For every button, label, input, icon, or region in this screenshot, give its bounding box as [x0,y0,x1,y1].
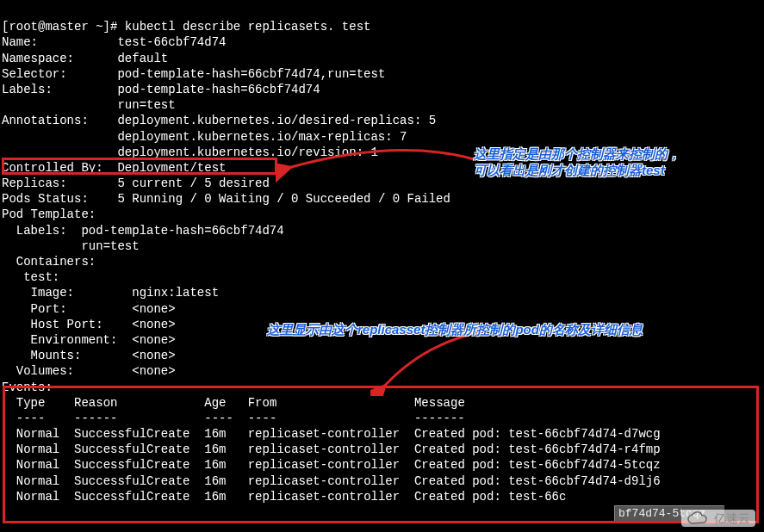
command-text: kubectl describe replicasets. test [125,20,371,34]
field-labels-1: Labels: pod-template-hash=66cbf74d74 [2,83,320,96]
field-environment: Environment: <none> [2,333,176,347]
watermark-text: 亿速云 [714,510,750,526]
pt-labels-2: run=test [2,239,140,253]
field-labels-2: run=test [2,98,176,112]
containers-header: Containers: [2,255,96,269]
watermark: 亿速云 [681,510,755,527]
annotation-text-2: 这里显示由这个replicasset控制器所控制的pod的名称及详细信息 [267,322,643,338]
pt-labels-1: Labels: pod-template-hash=66cbf74d74 [2,224,284,238]
highlight-box-events [3,386,759,523]
prompt-text: [root@master ~]# [2,20,125,34]
field-name: Name: test-66cbf74d74 [2,35,226,49]
container-name: test: [2,270,59,284]
annotation-text-1: 这里指定是由那个控制器来控制的， 可以看出是刚才创建的控制器test [474,146,680,179]
highlight-box-controlled-by [2,158,277,175]
field-host-port: Host Port: <none> [2,318,176,331]
field-volumes: Volumes: <none> [2,364,176,378]
field-port: Port: <none> [2,302,176,316]
field-mounts: Mounts: <none> [2,349,176,362]
pod-template-header: Pod Template: [2,207,96,221]
shell-prompt: [root@master ~]# kubectl describe replic… [2,20,370,34]
cloud-icon [686,511,709,525]
field-replicas: Replicas: 5 current / 5 desired [2,176,270,190]
field-namespace: Namespace: default [2,52,168,65]
field-annotations-2: deployment.kubernetes.io/max-replicas: 7 [2,130,407,144]
field-pods-status: Pods Status: 5 Running / 0 Waiting / 0 S… [2,192,450,206]
field-selector: Selector: pod-template-hash=66cbf74d74,r… [2,67,385,81]
field-annotations-1: Annotations: deployment.kubernetes.io/de… [2,114,436,127]
field-image: Image: nginx:latest [2,286,219,300]
